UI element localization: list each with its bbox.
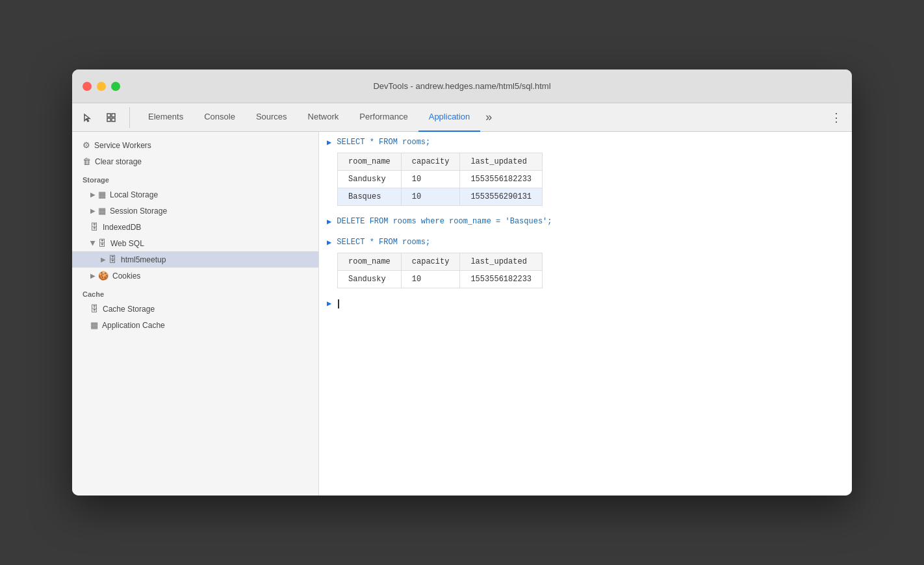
toolbar-tools [77,107,130,128]
sql-input-line[interactable]: ▶ [319,294,852,314]
storage-section-header: Storage [72,170,318,186]
table-cell: 1553556182233 [460,271,543,288]
tab-console[interactable]: Console [194,103,246,132]
table-cell: 10 [401,171,460,188]
sidebar-item-session-storage[interactable]: ▶ ▦ Session Storage [72,203,318,219]
sidebar-item-web-sql[interactable]: ▶ 🗄 Web SQL [72,235,318,251]
table-cell: 10 [401,271,460,288]
sql-console[interactable]: ▶ SELECT * FROM rooms; room_name capacit… [319,132,852,496]
prompt-3[interactable]: ▶ [327,238,331,247]
sidebar-item-cookies[interactable]: ▶ 🍪 Cookies [72,268,318,284]
application-cache-icon: ▦ [90,320,98,330]
table-cell: Basques [338,188,402,206]
prompt-2[interactable]: ▶ [327,217,331,227]
sql-query-2: DELETE FROM rooms where room_name = 'Bas… [337,217,552,226]
tab-menu[interactable]: ⋮ [826,107,847,128]
main-area: ⚙ Service Workers 🗑 Clear storage Storag… [72,132,852,496]
cursor [338,299,339,308]
table-cell: 1553556290131 [460,188,543,206]
tab-application[interactable]: Application [418,103,481,132]
svg-rect-0 [107,114,110,117]
table-cell: 10 [401,188,460,206]
table-cell: Sandusky [338,171,402,188]
sql-result-table-1: room_name capacity last_updated Sandusky… [337,153,543,206]
sidebar-item-application-cache[interactable]: ▦ Application Cache [72,317,318,333]
titlebar: DevTools - andrew.hedges.name/html5/sql.… [72,69,852,103]
sql-query-3: SELECT * FROM rooms; [337,238,430,247]
svg-rect-2 [107,118,110,121]
sidebar-item-service-workers[interactable]: ⚙ Service Workers [72,137,318,153]
sidebar-item-local-storage[interactable]: ▶ ▦ Local Storage [72,186,318,203]
sql-query-2-line: ▶ DELETE FROM rooms where room_name = 'B… [319,211,852,232]
close-button[interactable] [83,82,92,91]
session-storage-icon: ▦ [98,206,106,216]
sql-result-table-2: room_name capacity last_updated Sandusky… [337,253,543,288]
chevron-icon: ▶ [101,256,106,263]
chevron-icon: ▶ [90,191,96,198]
indexeddb-icon: 🗄 [90,222,99,232]
sidebar-item-indexeddb[interactable]: 🗄 IndexedDB [72,219,318,235]
maximize-button[interactable] [111,82,120,91]
cache-section-header: Cache [72,284,318,301]
col-last-updated-1: last_updated [460,153,543,171]
svg-rect-1 [112,114,115,117]
sidebar-item-cache-storage[interactable]: 🗄 Cache Storage [72,301,318,317]
sidebar-item-clear-storage[interactable]: 🗑 Clear storage [72,153,318,170]
col-last-updated-2: last_updated [460,253,543,271]
col-capacity-1: capacity [401,153,460,171]
table-cell: 1553556182233 [460,171,543,188]
traffic-lights [83,82,120,91]
database-icon: 🗄 [109,255,117,264]
chevron-open-icon: ▶ [90,241,97,246]
col-room-name-2: room_name [338,253,402,271]
chevron-icon: ▶ [90,272,96,279]
window-title: DevTools - andrew.hedges.name/html5/sql.… [373,81,550,91]
service-workers-icon: ⚙ [83,140,90,150]
col-capacity-2: capacity [401,253,460,271]
chevron-icon: ▶ [90,207,96,214]
prompt-cursor[interactable]: ▶ [327,299,331,308]
col-room-name-1: room_name [338,153,402,171]
cursor-tool[interactable] [77,107,98,128]
sql-query-1-line: ▶ SELECT * FROM rooms; [319,132,852,153]
tab-performance[interactable]: Performance [349,103,418,132]
sidebar: ⚙ Service Workers 🗑 Clear storage Storag… [72,132,319,496]
sql-query-1: SELECT * FROM rooms; [337,138,430,147]
local-storage-icon: ▦ [98,190,106,199]
prompt-1[interactable]: ▶ [327,138,331,147]
sql-query-3-line: ▶ SELECT * FROM rooms; [319,232,852,253]
devtools-window: DevTools - andrew.hedges.name/html5/sql.… [72,69,852,496]
cache-storage-icon: 🗄 [90,304,99,314]
tab-more[interactable]: » [480,110,497,124]
sidebar-item-html5meetup[interactable]: ▶ 🗄 html5meetup [72,251,318,268]
inspect-tool[interactable] [101,107,122,128]
table-cell: Sandusky [338,271,402,288]
tabbar: Elements Console Sources Network Perform… [72,103,852,132]
clear-storage-icon: 🗑 [83,157,91,166]
tab-network[interactable]: Network [298,103,350,132]
tab-sources[interactable]: Sources [246,103,298,132]
cookies-icon: 🍪 [98,271,109,281]
svg-rect-3 [112,118,115,121]
minimize-button[interactable] [97,82,106,91]
web-sql-icon: 🗄 [98,238,107,248]
tab-elements[interactable]: Elements [138,103,194,132]
